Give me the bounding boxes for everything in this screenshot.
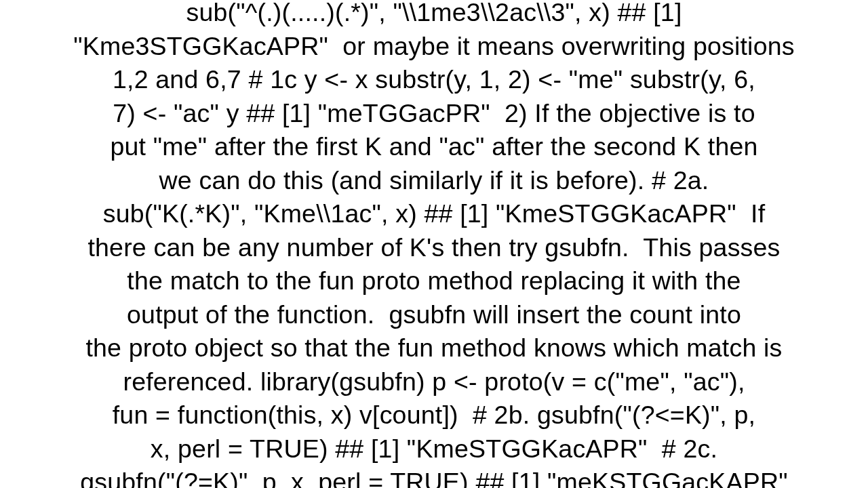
page-container: sub("^(.)(.....)(.*)", "\\1me3\\2ac\\3",… (0, 0, 868, 488)
document-text: sub("^(.)(.....)(.*)", "\\1me3\\2ac\\3",… (73, 0, 794, 488)
